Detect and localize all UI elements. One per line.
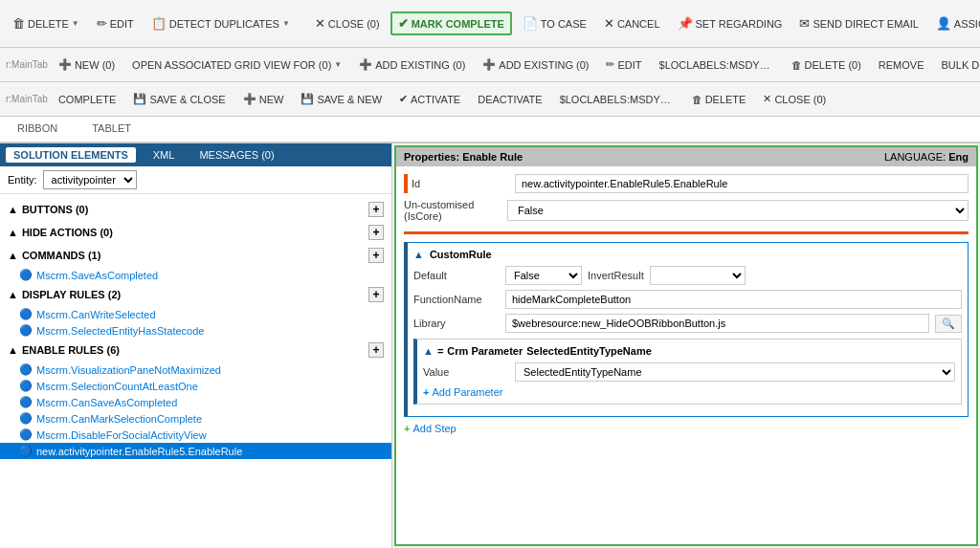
tab-navigation: RIBBON TABLET [0,117,980,143]
btn-edit2[interactable]: ✏ EDIT [599,55,648,75]
btn-deactivate[interactable]: DEACTIVATE [471,90,548,109]
tree-item-saveas[interactable]: 🔵 Mscrm.SaveAsCompleted [0,267,391,283]
btn-new[interactable]: ➕ NEW (0) [52,55,122,75]
stab-xml[interactable]: XML [145,147,183,163]
assoc-dropdown-arrow[interactable]: ▼ [334,60,342,69]
btn-loclabel[interactable]: $LOCLABELS:MSDYN.APPLICATIONRIBBON.SUBGR… [653,55,781,75]
btn-delete2[interactable]: 🗑 DELETE (0) [785,55,868,75]
crm-param-header[interactable]: ▲ = Crm Parameter SelectedEntityTypeName [423,345,955,357]
section-buttons[interactable]: ▲ BUTTONS (0) + [0,198,391,221]
entity-label: Entity: [8,174,37,186]
delete-icon2: 🗑 [791,59,802,71]
btn-activate[interactable]: ✔ ACTIVATE [392,89,467,109]
btn-save-close[interactable]: 💾 SAVE & CLOSE [126,89,232,109]
left-panel: SOLUTION ELEMENTS XML MESSAGES (0) Entit… [0,143,392,548]
custom-rule-header[interactable]: ▲ CustomRule [413,249,962,260]
add-command-btn[interactable]: + [368,248,384,263]
btn-bulk-del[interactable]: BULK DEL... [935,55,980,75]
uncustomised-select[interactable]: False [507,200,969,221]
tree-item-vizpane[interactable]: 🔵 Mscrm.VisualizationPaneNotMaximized [0,362,391,378]
properties-body: Id Un-customised (IsCore) False ▲ Custom… [396,166,976,544]
delete-dropdown-arrow[interactable]: ▼ [72,19,79,28]
section-hide-actions[interactable]: ▲ HIDE ACTIONS (0) + [0,221,391,244]
section-enable-rules[interactable]: ▲ ENABLE RULES (6) + [0,339,391,362]
btn-delete[interactable]: 🗑 DELETE ▼ [6,12,86,34]
add-step-link[interactable]: + Add Step [404,423,969,434]
properties-header: Properties: Enable Rule LANGUAGE: Eng [396,147,976,166]
tree-item-cansave[interactable]: 🔵 Mscrm.CanSaveAsCompleted [0,394,391,410]
functionname-label: FunctionName [413,294,500,305]
btn-cancel[interactable]: ✕ CANCEL [597,12,667,34]
chevron-commands: ▲ [8,250,18,261]
detect-dropdown-arrow[interactable]: ▼ [282,19,290,28]
invert-result-select[interactable] [650,266,746,285]
library-input[interactable] [505,314,929,333]
btn-mark-complete[interactable]: ✔ MARK COMPLETE [390,11,512,35]
ribbon-row3: r:MainTab COMPLETE 💾 SAVE & CLOSE ➕ NEW … [0,82,980,117]
command-icon: 🔵 [19,269,33,281]
btn-new2[interactable]: ➕ NEW [236,89,291,109]
add-enable-rule-btn[interactable]: + [368,342,384,358]
btn-complete[interactable]: COMPLETE [52,90,123,109]
add-button-btn[interactable]: + [368,202,384,217]
add-parameter-link[interactable]: + Add Parameter [423,386,955,398]
entity-row: Entity: activitypointer [0,166,391,194]
tree-item-selcount[interactable]: 🔵 Mscrm.SelectionCountAtLeastOne [0,378,391,394]
delete-icon3: 🗑 [692,94,702,105]
regarding-icon: 📌 [678,16,693,31]
btn-add-existing2[interactable]: ➕ ADD EXISTING (0) [476,55,595,75]
tree-content: ▲ BUTTONS (0) + ▲ HIDE ACTIONS (0) + ▲ C… [0,194,391,548]
plus-icon: ➕ [58,58,72,71]
btn-open-assoc-grid[interactable]: OPEN ASSOCIATED GRID VIEW FOR (0) ▼ [125,55,348,75]
custom-rule-box: ▲ CustomRule Default False InvertResult [404,242,969,417]
btn-send-direct-email[interactable]: ✉ SEND DIRECT EMAIL [792,12,924,34]
id-input[interactable] [515,174,969,193]
default-select[interactable]: False [505,266,582,285]
chevron-display-rules: ▲ [8,289,18,300]
tab-ribbon[interactable]: RIBBON [10,121,65,142]
plus-icon-param: + [423,386,429,398]
btn-close[interactable]: ✕ CLOSE (0) [308,12,387,34]
add-display-rule-btn[interactable]: + [368,287,384,302]
stab-elements[interactable]: SOLUTION ELEMENTS [6,147,136,163]
properties-title: Properties: Enable Rule [404,151,523,163]
functionname-input[interactable] [505,290,962,309]
enable-rule-icon2: 🔵 [19,380,33,392]
btn-loclabel2[interactable]: $LOCLABELS:MSDYN.APPLICATIONRIBBON.FORM.… [553,90,681,109]
tree-item-canmark[interactable]: 🔵 Mscrm.CanMarkSelectionComplete [0,410,391,427]
save-new-icon: 💾 [301,93,314,105]
tree-item-canwrite[interactable]: 🔵 Mscrm.CanWriteSelected [0,306,391,322]
tab-tablet[interactable]: TABLET [84,121,139,142]
tree-item-disable-social[interactable]: 🔵 Mscrm.DisableForSocialActivityView [0,427,391,443]
stab-messages[interactable]: MESSAGES (0) [191,147,281,163]
btn-edit[interactable]: ✏ EDIT [90,12,141,34]
library-label: Library [413,318,500,329]
btn-save-new[interactable]: 💾 SAVE & NEW [294,89,389,109]
delete-icon: 🗑 [12,16,25,31]
functionname-row: FunctionName [413,290,962,309]
btn-close2[interactable]: ✕ CLOSE (0) [756,89,833,109]
default-label: Default [413,270,500,281]
entity-select[interactable]: activitypointer [43,170,137,189]
btn-detect-duplicates[interactable]: 📋 DETECT DUPLICATES ▼ [145,12,297,34]
crm-param-value-label: Value [423,366,509,378]
enable-rule-icon4: 🔵 [19,412,33,425]
cancel-icon: ✕ [604,16,614,31]
crm-param-value-select[interactable]: SelectedEntityTypeName [515,362,955,382]
tree-item-new-activitypointer[interactable]: 🔵 new.activitypointer.EnableRule5.Enable… [0,443,391,459]
edit-icon: ✏ [97,16,107,31]
activate-icon: ✔ [399,93,408,105]
btn-remove[interactable]: REMOVE [872,55,931,75]
btn-add-existing1[interactable]: ➕ ADD EXISTING (0) [352,55,472,75]
add-hide-action-btn[interactable]: + [368,225,384,240]
tree-item-hasstatecode[interactable]: 🔵 Mscrm.SelectedEntityHasStatecode [0,322,391,339]
library-search-btn[interactable]: 🔍 [935,315,962,333]
btn-to-case[interactable]: 📄 TO CASE [516,12,593,34]
ribbon-top: 🗑 DELETE ▼ ✏ EDIT 📋 DETECT DUPLICATES ▼ … [0,0,980,48]
section-commands[interactable]: ▲ COMMANDS (1) + [0,244,391,267]
btn-delete3[interactable]: 🗑 DELETE [685,90,753,109]
id-label: Id [412,178,507,189]
btn-set-regarding[interactable]: 📌 SET REGARDING [671,12,790,34]
section-display-rules[interactable]: ▲ DISPLAY RULES (2) + [0,283,391,306]
btn-assign[interactable]: 👤 ASSIGN [929,12,980,34]
